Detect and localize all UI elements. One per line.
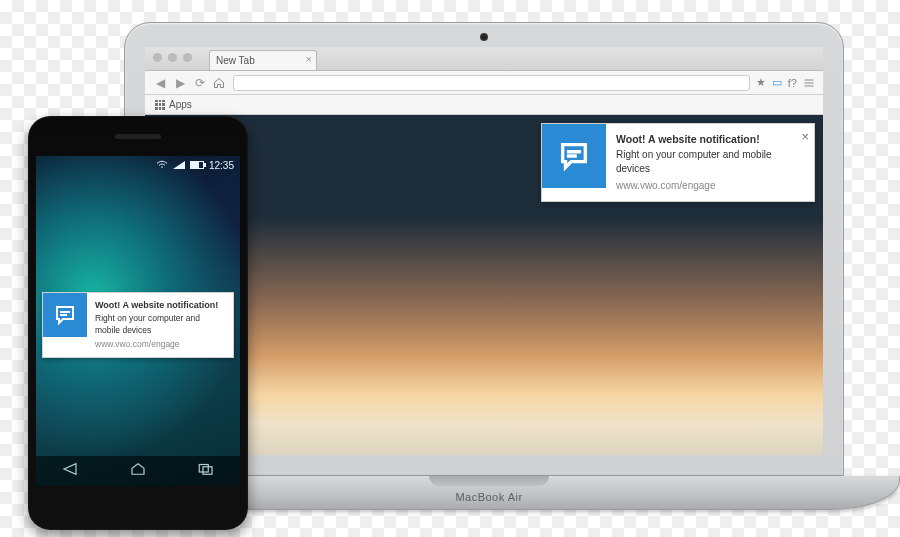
apps-label[interactable]: Apps bbox=[169, 99, 192, 110]
android-nav-bar bbox=[36, 456, 240, 486]
fx-label[interactable]: f? bbox=[788, 77, 797, 89]
notification-title: Woot! A website notification! bbox=[95, 299, 225, 311]
battery-icon bbox=[190, 161, 204, 169]
browser-tab[interactable]: New Tab × bbox=[209, 50, 317, 70]
home-button[interactable] bbox=[129, 462, 147, 480]
apps-icon[interactable] bbox=[155, 100, 165, 110]
notification-text: Woot! A website notification! Right on y… bbox=[87, 293, 233, 357]
url-input[interactable] bbox=[233, 75, 750, 91]
message-icon bbox=[53, 303, 77, 327]
notification-body: Right on your computer and mobile device… bbox=[95, 313, 225, 336]
address-bar: ◀ ▶ ⟳ ★ ▭ f? bbox=[145, 71, 823, 95]
window-traffic-lights[interactable] bbox=[153, 53, 192, 62]
phone-screen: 12:35 Woot! A website notification! Righ… bbox=[36, 156, 240, 486]
traffic-light-close[interactable] bbox=[153, 53, 162, 62]
notification-app-icon bbox=[43, 293, 87, 337]
camera-dot bbox=[480, 33, 488, 41]
notification-app-icon bbox=[542, 124, 606, 188]
star-icon[interactable]: ★ bbox=[756, 76, 766, 89]
message-icon bbox=[557, 139, 591, 173]
wifi-icon bbox=[156, 160, 168, 170]
signal-icon bbox=[173, 161, 185, 169]
menu-icon[interactable] bbox=[803, 77, 815, 89]
trackpad-notch bbox=[429, 476, 549, 486]
bookmark-bar: Apps bbox=[145, 95, 823, 115]
tab-strip: New Tab × bbox=[145, 47, 823, 71]
forward-button[interactable]: ▶ bbox=[173, 76, 187, 90]
close-icon[interactable]: × bbox=[306, 53, 312, 65]
notification-body: Right on your computer and mobile device… bbox=[616, 148, 792, 175]
clock-label: 12:35 bbox=[209, 160, 234, 171]
recent-apps-button[interactable] bbox=[197, 462, 215, 480]
notification-title: Woot! A website notification! bbox=[616, 132, 792, 146]
extension-icon[interactable]: ▭ bbox=[772, 76, 782, 89]
laptop-brand-label: MacBook Air bbox=[455, 491, 522, 503]
svg-rect-0 bbox=[199, 465, 208, 473]
phone-status-bar: 12:35 bbox=[36, 156, 240, 174]
earpiece bbox=[115, 134, 161, 139]
svg-rect-1 bbox=[203, 467, 212, 475]
mobile-notification[interactable]: Woot! A website notification! Right on y… bbox=[42, 292, 234, 358]
phone-device: 12:35 Woot! A website notification! Righ… bbox=[28, 116, 248, 530]
notification-source: www.vwo.com/engage bbox=[616, 179, 792, 193]
traffic-light-max[interactable] bbox=[183, 53, 192, 62]
back-button[interactable]: ◀ bbox=[153, 76, 167, 90]
desktop-notification[interactable]: Woot! A website notification! Right on y… bbox=[541, 123, 815, 202]
reload-button[interactable]: ⟳ bbox=[193, 76, 207, 90]
home-button[interactable] bbox=[213, 77, 227, 89]
toolbar-right: ★ ▭ f? bbox=[756, 76, 815, 89]
notification-source: www.vwo.com/engage bbox=[95, 339, 225, 350]
close-icon[interactable]: × bbox=[801, 128, 809, 146]
back-button[interactable] bbox=[61, 462, 79, 480]
traffic-light-min[interactable] bbox=[168, 53, 177, 62]
tab-label: New Tab bbox=[216, 55, 255, 66]
notification-text: Woot! A website notification! Right on y… bbox=[606, 124, 814, 201]
browser-chrome: New Tab × ◀ ▶ ⟳ ★ ▭ f? bbox=[145, 47, 823, 115]
